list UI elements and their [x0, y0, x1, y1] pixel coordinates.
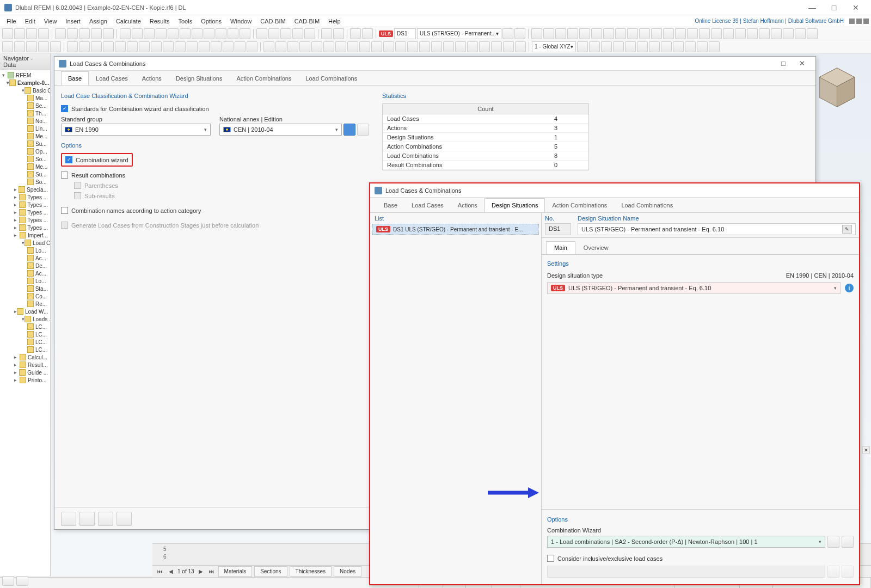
menu-assign[interactable]: Assign — [85, 17, 112, 26]
tool-icon[interactable] — [711, 28, 722, 39]
prev-button[interactable]: ◀ — [167, 567, 175, 576]
nav-node[interactable]: Su... — [0, 170, 50, 178]
tool-icon[interactable] — [735, 28, 746, 39]
tool-icon[interactable] — [515, 41, 526, 52]
tab-loadcases[interactable]: Load Cases — [89, 71, 135, 85]
tool-icon[interactable] — [156, 28, 167, 39]
tool-icon[interactable] — [120, 28, 131, 39]
tool-icon[interactable] — [67, 41, 78, 52]
tool-icon[interactable] — [601, 41, 612, 52]
tool-icon[interactable] — [132, 28, 143, 39]
tool-icon[interactable] — [247, 41, 257, 52]
dialog-close[interactable]: ✕ — [793, 58, 811, 70]
tab-actions[interactable]: Actions — [135, 71, 169, 85]
tool-icon[interactable] — [555, 28, 566, 39]
tool-icon[interactable] — [103, 41, 114, 52]
dialog-maximize[interactable]: □ — [774, 58, 793, 70]
nav-node[interactable]: De... — [0, 262, 50, 270]
tool-icon[interactable] — [807, 28, 818, 39]
tool-icon[interactable] — [639, 28, 650, 39]
tool-icon[interactable] — [567, 28, 578, 39]
chk-combonames[interactable] — [61, 207, 68, 214]
tool-icon[interactable] — [455, 41, 466, 52]
minimize-button[interactable]: — — [801, 1, 823, 14]
menu-window[interactable]: Window — [226, 17, 256, 26]
settings-icon[interactable] — [357, 124, 369, 136]
nav-node[interactable]: Co... — [0, 292, 50, 300]
tool-icon[interactable] — [175, 41, 186, 52]
tool-icon[interactable] — [759, 28, 770, 39]
tool-icon[interactable] — [502, 28, 513, 39]
next-button[interactable]: ▶ — [197, 567, 205, 576]
tool-icon[interactable] — [503, 41, 514, 52]
view-cube[interactable] — [814, 64, 860, 111]
nav-node[interactable]: Me... — [0, 132, 50, 140]
tool-icon[interactable] — [216, 28, 226, 39]
tab-sections[interactable]: Sections — [254, 566, 287, 577]
nav-node[interactable]: So... — [0, 178, 50, 186]
nav-node[interactable]: ▸Types ... — [0, 193, 50, 201]
tool-icon[interactable] — [783, 28, 794, 39]
tool-icon[interactable] — [50, 41, 61, 52]
d2-tab-actions[interactable]: Actions — [451, 198, 484, 212]
tool-icon[interactable] — [699, 28, 710, 39]
nav-node[interactable]: LC... — [0, 323, 50, 330]
info-icon[interactable]: i — [845, 284, 854, 292]
nav-node[interactable]: Me... — [0, 163, 50, 170]
tab-materials[interactable]: Materials — [218, 566, 253, 577]
menu-insert[interactable]: Insert — [61, 17, 85, 26]
tool-icon[interactable] — [627, 28, 638, 39]
tool-icon[interactable] — [625, 41, 636, 52]
nav-node[interactable]: Su... — [0, 140, 50, 148]
nav-foot-icon[interactable] — [16, 576, 28, 586]
tool-icon[interactable] — [395, 41, 406, 52]
tool-icon[interactable] — [589, 41, 600, 52]
nav-node[interactable]: Op... — [0, 148, 50, 155]
chk-resultcombinations[interactable] — [61, 171, 68, 179]
nav-node[interactable]: ▸Types ... — [0, 209, 50, 216]
tool-icon[interactable] — [431, 41, 442, 52]
tool-icon[interactable] — [304, 28, 315, 39]
tool-icon[interactable] — [543, 28, 554, 39]
tool-icon[interactable] — [362, 28, 373, 39]
nav-node[interactable]: Sta... — [0, 285, 50, 292]
tool-icon[interactable] — [91, 41, 102, 52]
menu-cadbim[interactable]: CAD-BIM — [256, 17, 290, 26]
tool-icon[interactable] — [347, 41, 358, 52]
d2-tab-loadcases[interactable]: Load Cases — [404, 198, 451, 212]
tool-icon[interactable] — [687, 28, 698, 39]
nav-node[interactable]: ▾Load C... — [0, 239, 50, 247]
chk-combowizard[interactable] — [65, 156, 72, 163]
tool-icon[interactable] — [443, 41, 454, 52]
tool-icon[interactable] — [359, 41, 370, 52]
d2-tab-loadcombos[interactable]: Load Combinations — [614, 198, 680, 212]
list-item-ds1[interactable]: ULS DS1 ULS (STR/GEO) - Permanent and tr… — [372, 224, 539, 235]
tool-icon[interactable] — [419, 41, 430, 52]
nav-node[interactable]: ▾Basic O... — [0, 87, 50, 94]
tool-icon[interactable] — [661, 41, 672, 52]
tool-icon[interactable] — [127, 41, 138, 52]
menu-view[interactable]: View — [40, 17, 62, 26]
tool-icon[interactable] — [144, 28, 155, 39]
std-group-combo[interactable]: EN 1990▾ — [61, 124, 211, 136]
tool-icon[interactable] — [192, 28, 203, 39]
subtab-overview[interactable]: Overview — [575, 241, 617, 254]
tool-icon[interactable] — [91, 28, 102, 39]
combination-wizard-combo[interactable]: 1 - Load combinations | SA2 - Second-ord… — [547, 536, 825, 548]
nav-node[interactable]: Lo... — [0, 247, 50, 254]
nav-node[interactable]: ▸Calcul... — [0, 353, 50, 361]
tool-icon[interactable] — [335, 41, 346, 52]
tool-icon[interactable] — [697, 41, 708, 52]
tool-icon[interactable] — [383, 41, 394, 52]
tool-icon[interactable] — [685, 41, 696, 52]
nav-node[interactable]: LC... — [0, 346, 50, 353]
d2-tab-actioncombos[interactable]: Action Combinations — [545, 198, 614, 212]
tool-icon[interactable] — [579, 28, 590, 39]
tool-icon[interactable] — [103, 28, 114, 39]
cw-new-icon[interactable] — [827, 536, 839, 548]
menu-calculate[interactable]: Calculate — [112, 17, 145, 26]
tool-icon[interactable] — [168, 28, 179, 39]
tool-icon[interactable] — [333, 28, 344, 39]
nav-node[interactable]: ▸Types ... — [0, 201, 50, 209]
combo-dropdown[interactable]: ULS (STR/GEO) - Permanent...▾ — [417, 28, 501, 39]
